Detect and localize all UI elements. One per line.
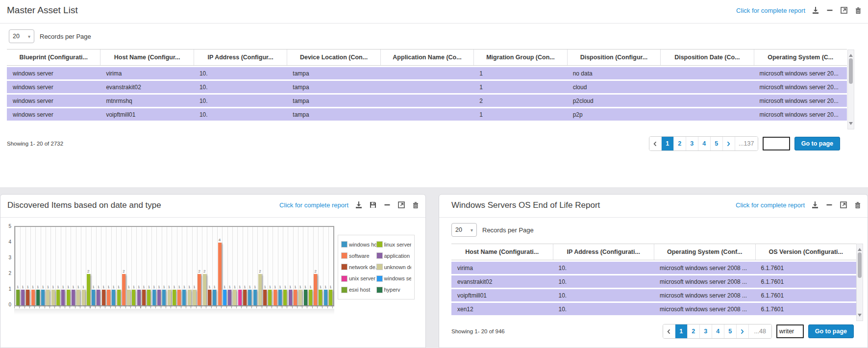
scrollbar-thumb[interactable] — [849, 58, 853, 84]
scroll-down-icon[interactable] — [849, 122, 853, 127]
page-button[interactable]: 5 — [724, 324, 737, 338]
scroll-up-icon[interactable] — [849, 52, 853, 57]
bar-value-label: 1 — [239, 285, 241, 289]
complete-report-link[interactable]: Click for complete report — [279, 201, 348, 209]
bar-slot: 1 — [55, 227, 60, 305]
complete-report-link[interactable]: Click for complete report — [736, 201, 805, 209]
save-icon[interactable] — [369, 201, 377, 209]
table-cell: xen12 — [451, 306, 553, 313]
page-button[interactable]: 1 — [675, 324, 688, 338]
trash-icon[interactable] — [412, 201, 420, 209]
bar — [76, 290, 80, 305]
pagination-ellipsis[interactable]: ...48 — [749, 324, 771, 338]
page-button[interactable]: 3 — [686, 137, 698, 150]
column-header[interactable]: Operating System (C... — [754, 50, 847, 65]
table-cell: 1 — [473, 84, 567, 91]
prev-page-button[interactable] — [649, 137, 662, 150]
complete-report-link[interactable]: Click for complete report — [736, 7, 805, 14]
table-row[interactable]: windows serverevanstrakit0210.tampa1clou… — [7, 81, 847, 93]
table-row[interactable]: virima10.microsoft windows server 2008 .… — [451, 262, 856, 274]
column-header[interactable]: OS Version (Configurati... — [755, 244, 857, 260]
panel-master-asset-list: Master Asset List Click for complete rep… — [0, 0, 868, 187]
minimize-icon[interactable] — [826, 6, 834, 14]
next-page-button[interactable] — [723, 137, 735, 150]
table-cell: tampa — [287, 84, 380, 91]
bar-slot: 2 — [257, 227, 262, 305]
scroll-down-icon[interactable] — [858, 314, 862, 319]
table-row[interactable]: windows servervoipftmill0110.tampa1p2pmi… — [7, 108, 847, 121]
page-button[interactable]: 1 — [662, 137, 674, 150]
records-per-page-select[interactable]: 20 ▾ — [9, 29, 34, 43]
popup-icon[interactable] — [840, 6, 848, 14]
bar-slot: 1 — [162, 227, 167, 305]
popup-icon[interactable] — [840, 201, 847, 209]
column-header[interactable]: Device Location (Con... — [287, 50, 380, 65]
goto-page-input[interactable] — [763, 137, 790, 150]
table-scrollbar[interactable] — [847, 50, 854, 129]
bar-value-label: 1 — [163, 285, 165, 289]
download-icon[interactable] — [811, 201, 819, 209]
column-header[interactable]: Blueprint (Configurati... — [7, 50, 100, 65]
bar — [82, 290, 85, 305]
chart-reflection — [14, 309, 334, 315]
trash-icon[interactable] — [854, 6, 862, 14]
bar-value-label: 1 — [107, 285, 109, 289]
page-button[interactable]: 4 — [712, 324, 724, 338]
minimize-icon[interactable] — [825, 201, 833, 209]
bar-value-label: 4 — [219, 238, 221, 242]
records-per-page-select[interactable]: 20 ▾ — [451, 223, 477, 237]
legend-swatch — [341, 287, 347, 293]
minimize-icon[interactable] — [383, 201, 391, 209]
popup-icon[interactable] — [397, 201, 405, 209]
table-row[interactable]: windows servervirima10.tampa1no datamicr… — [7, 67, 847, 79]
download-icon[interactable] — [355, 201, 363, 209]
next-page-button[interactable] — [737, 324, 749, 338]
legend-label: software — [349, 253, 370, 259]
table-cell: evanstrakit02 — [451, 278, 553, 285]
trash-icon[interactable] — [854, 201, 862, 209]
bar-value-label: 1 — [214, 285, 216, 289]
bar-slot: 1 — [172, 227, 176, 305]
page-button[interactable]: 2 — [674, 137, 686, 150]
bar-slot: 1 — [277, 227, 282, 305]
column-header[interactable]: Host Name (Configur... — [100, 50, 193, 65]
table-row[interactable]: evanstrakit0210.microsoft windows server… — [451, 275, 856, 288]
page-button[interactable]: 3 — [700, 324, 712, 338]
table-cell: microsoft windows server 20... — [754, 98, 847, 104]
table-row[interactable]: xen1210.microsoft windows server 2008 ..… — [451, 303, 856, 315]
column-header[interactable]: IP Address (Configurati... — [553, 244, 654, 260]
panel-actions: Click for complete report — [279, 201, 420, 209]
column-header[interactable]: Disposition Date (Co... — [660, 50, 753, 65]
page-button[interactable]: 2 — [688, 324, 700, 338]
page-button[interactable]: 5 — [711, 137, 723, 150]
column-header[interactable]: IP Address (Configur... — [194, 50, 287, 65]
column-header[interactable]: Disposition (Configur... — [567, 50, 660, 65]
column-header[interactable]: Host Name (Configurati... — [451, 244, 553, 260]
scrollbar-thumb[interactable] — [858, 252, 862, 278]
column-header[interactable]: Application Name (Co... — [380, 50, 473, 65]
pagination-ellipsis[interactable]: ...137 — [735, 137, 758, 150]
download-icon[interactable] — [812, 6, 819, 14]
table-row[interactable]: voipftmill0110.microsoft windows server … — [451, 289, 856, 301]
bar — [117, 290, 121, 305]
table-scrollbar[interactable] — [856, 244, 863, 321]
bar — [228, 290, 231, 305]
page-button[interactable]: 4 — [698, 137, 711, 150]
bar-value-label: 1 — [133, 285, 135, 289]
scroll-up-icon[interactable] — [858, 246, 862, 251]
panel-discovered-items: Discovered Items based on date and type … — [0, 194, 426, 348]
table-cell: 1 — [473, 70, 567, 77]
prev-page-button[interactable] — [663, 324, 675, 338]
goto-page-input[interactable] — [776, 324, 804, 338]
column-header[interactable]: Operating System (Conf... — [654, 244, 755, 260]
column-header[interactable]: Migration Group (Con... — [473, 50, 567, 65]
bar-value-label: 1 — [102, 285, 104, 289]
table-cell: 1 — [473, 111, 567, 118]
table-header-row: Host Name (Configurati...IP Address (Con… — [451, 244, 856, 260]
goto-page-button[interactable]: Go to page — [794, 137, 840, 150]
bar-slot: 1 — [111, 227, 116, 305]
bar — [324, 290, 327, 305]
table-row[interactable]: windows servermtnrmshq10.tampa2p2cloudmi… — [7, 95, 847, 107]
goto-page-button[interactable]: Go to page — [808, 324, 854, 338]
x-axis-ticks — [14, 306, 334, 308]
